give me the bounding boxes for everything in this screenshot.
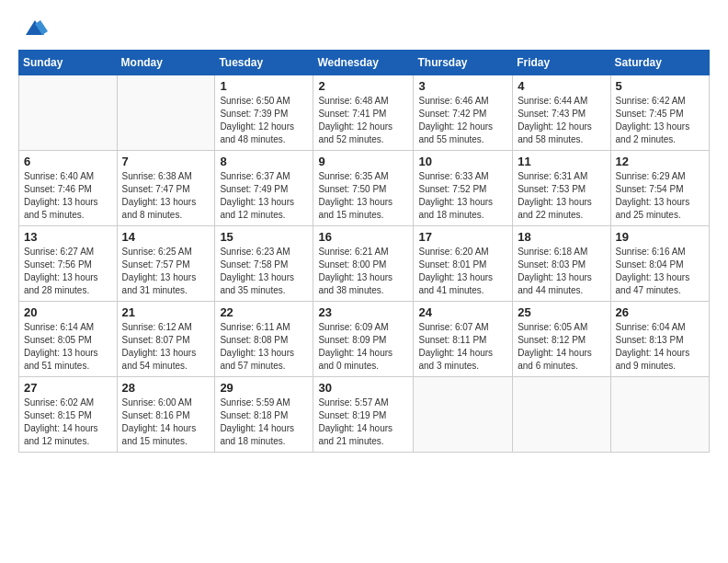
day-detail: Sunrise: 6:04 AM Sunset: 8:13 PM Dayligh… (616, 321, 704, 373)
day-cell: 18Sunrise: 6:18 AM Sunset: 8:03 PM Dayli… (513, 226, 610, 302)
column-header-tuesday: Tuesday (215, 51, 313, 75)
day-cell (513, 377, 610, 453)
day-number: 15 (220, 230, 308, 244)
day-cell: 8Sunrise: 6:37 AM Sunset: 7:49 PM Daylig… (215, 151, 313, 226)
calendar-body: 1Sunrise: 6:50 AM Sunset: 7:39 PM Daylig… (19, 75, 710, 453)
day-cell: 4Sunrise: 6:44 AM Sunset: 7:43 PM Daylig… (513, 75, 610, 151)
day-detail: Sunrise: 6:35 AM Sunset: 7:50 PM Dayligh… (318, 170, 408, 222)
day-cell: 6Sunrise: 6:40 AM Sunset: 7:46 PM Daylig… (19, 151, 118, 226)
week-row-2: 6Sunrise: 6:40 AM Sunset: 7:46 PM Daylig… (19, 151, 710, 226)
day-detail: Sunrise: 6:09 AM Sunset: 8:09 PM Dayligh… (318, 321, 408, 373)
day-detail: Sunrise: 6:00 AM Sunset: 8:16 PM Dayligh… (122, 396, 210, 448)
day-number: 11 (518, 155, 605, 168)
day-detail: Sunrise: 5:57 AM Sunset: 8:19 PM Dayligh… (318, 396, 408, 448)
day-cell: 26Sunrise: 6:04 AM Sunset: 8:13 PM Dayli… (610, 302, 709, 377)
day-number: 26 (616, 305, 704, 319)
day-number: 1 (220, 79, 308, 93)
calendar-header-row: SundayMondayTuesdayWednesdayThursdayFrid… (19, 51, 710, 75)
day-number: 10 (418, 155, 507, 168)
day-number: 23 (318, 305, 408, 319)
day-cell: 12Sunrise: 6:29 AM Sunset: 7:54 PM Dayli… (610, 151, 709, 226)
day-cell: 11Sunrise: 6:31 AM Sunset: 7:53 PM Dayli… (513, 151, 610, 226)
day-cell: 7Sunrise: 6:38 AM Sunset: 7:47 PM Daylig… (117, 151, 215, 226)
column-header-wednesday: Wednesday (313, 51, 414, 75)
day-number: 27 (24, 381, 112, 395)
day-cell (610, 377, 709, 453)
day-detail: Sunrise: 6:14 AM Sunset: 8:05 PM Dayligh… (24, 321, 112, 373)
day-detail: Sunrise: 5:59 AM Sunset: 8:18 PM Dayligh… (220, 396, 308, 448)
day-detail: Sunrise: 6:25 AM Sunset: 7:57 PM Dayligh… (122, 246, 210, 297)
week-row-1: 1Sunrise: 6:50 AM Sunset: 7:39 PM Daylig… (19, 75, 710, 151)
week-row-4: 20Sunrise: 6:14 AM Sunset: 8:05 PM Dayli… (19, 302, 710, 377)
day-number: 2 (318, 79, 408, 93)
day-detail: Sunrise: 6:40 AM Sunset: 7:46 PM Dayligh… (24, 170, 112, 222)
day-detail: Sunrise: 6:37 AM Sunset: 7:49 PM Dayligh… (220, 170, 308, 222)
day-detail: Sunrise: 6:44 AM Sunset: 7:43 PM Dayligh… (518, 95, 605, 146)
day-cell: 24Sunrise: 6:07 AM Sunset: 8:11 PM Dayli… (414, 302, 513, 377)
day-number: 30 (318, 381, 408, 395)
week-row-3: 13Sunrise: 6:27 AM Sunset: 7:56 PM Dayli… (19, 226, 710, 302)
day-cell: 1Sunrise: 6:50 AM Sunset: 7:39 PM Daylig… (215, 75, 313, 151)
day-number: 28 (122, 381, 210, 395)
day-cell: 25Sunrise: 6:05 AM Sunset: 8:12 PM Dayli… (513, 302, 610, 377)
day-detail: Sunrise: 6:21 AM Sunset: 8:00 PM Dayligh… (318, 246, 408, 297)
day-cell: 22Sunrise: 6:11 AM Sunset: 8:08 PM Dayli… (215, 302, 313, 377)
column-header-sunday: Sunday (19, 51, 118, 75)
day-cell (414, 377, 513, 453)
day-number: 16 (318, 230, 408, 244)
column-header-monday: Monday (117, 51, 215, 75)
day-detail: Sunrise: 6:31 AM Sunset: 7:53 PM Dayligh… (518, 170, 605, 222)
day-number: 21 (122, 305, 210, 319)
day-number: 9 (318, 155, 408, 168)
day-number: 24 (418, 305, 507, 319)
day-number: 13 (24, 230, 112, 244)
day-detail: Sunrise: 6:48 AM Sunset: 7:41 PM Dayligh… (318, 95, 408, 146)
day-detail: Sunrise: 6:42 AM Sunset: 7:45 PM Dayligh… (616, 95, 704, 146)
day-detail: Sunrise: 6:12 AM Sunset: 8:07 PM Dayligh… (122, 321, 210, 373)
day-cell: 16Sunrise: 6:21 AM Sunset: 8:00 PM Dayli… (313, 226, 414, 302)
day-detail: Sunrise: 6:29 AM Sunset: 7:54 PM Dayligh… (616, 170, 704, 222)
day-detail: Sunrise: 6:18 AM Sunset: 8:03 PM Dayligh… (518, 246, 605, 297)
day-detail: Sunrise: 6:33 AM Sunset: 7:52 PM Dayligh… (418, 170, 507, 222)
day-detail: Sunrise: 6:11 AM Sunset: 8:08 PM Dayligh… (220, 321, 308, 373)
day-number: 6 (24, 155, 112, 168)
day-detail: Sunrise: 6:16 AM Sunset: 8:04 PM Dayligh… (616, 246, 704, 297)
day-number: 25 (518, 305, 605, 319)
day-cell: 5Sunrise: 6:42 AM Sunset: 7:45 PM Daylig… (610, 75, 709, 151)
logo (18, 15, 48, 40)
day-number: 12 (616, 155, 704, 168)
header (18, 15, 710, 40)
day-cell: 30Sunrise: 5:57 AM Sunset: 8:19 PM Dayli… (313, 377, 414, 453)
day-number: 7 (122, 155, 210, 168)
day-number: 20 (24, 305, 112, 319)
day-number: 18 (518, 230, 605, 244)
day-number: 29 (220, 381, 308, 395)
day-detail: Sunrise: 6:02 AM Sunset: 8:15 PM Dayligh… (24, 396, 112, 448)
day-cell: 3Sunrise: 6:46 AM Sunset: 7:42 PM Daylig… (414, 75, 513, 151)
day-cell: 29Sunrise: 5:59 AM Sunset: 8:18 PM Dayli… (215, 377, 313, 453)
day-cell: 2Sunrise: 6:48 AM Sunset: 7:41 PM Daylig… (313, 75, 414, 151)
day-number: 19 (616, 230, 704, 244)
day-detail: Sunrise: 6:46 AM Sunset: 7:42 PM Dayligh… (418, 95, 507, 146)
day-cell (19, 75, 118, 151)
day-cell (117, 75, 215, 151)
day-cell: 28Sunrise: 6:00 AM Sunset: 8:16 PM Dayli… (117, 377, 215, 453)
day-number: 3 (418, 79, 507, 93)
day-cell: 19Sunrise: 6:16 AM Sunset: 8:04 PM Dayli… (610, 226, 709, 302)
day-detail: Sunrise: 6:23 AM Sunset: 7:58 PM Dayligh… (220, 246, 308, 297)
day-cell: 27Sunrise: 6:02 AM Sunset: 8:15 PM Dayli… (19, 377, 118, 453)
day-number: 22 (220, 305, 308, 319)
day-number: 4 (518, 79, 605, 93)
page: SundayMondayTuesdayWednesdayThursdayFrid… (0, 0, 728, 467)
week-row-5: 27Sunrise: 6:02 AM Sunset: 8:15 PM Dayli… (19, 377, 710, 453)
day-cell: 15Sunrise: 6:23 AM Sunset: 7:58 PM Dayli… (215, 226, 313, 302)
day-cell: 21Sunrise: 6:12 AM Sunset: 8:07 PM Dayli… (117, 302, 215, 377)
day-cell: 9Sunrise: 6:35 AM Sunset: 7:50 PM Daylig… (313, 151, 414, 226)
day-detail: Sunrise: 6:07 AM Sunset: 8:11 PM Dayligh… (418, 321, 507, 373)
day-number: 17 (418, 230, 507, 244)
column-header-saturday: Saturday (610, 51, 709, 75)
day-cell: 10Sunrise: 6:33 AM Sunset: 7:52 PM Dayli… (414, 151, 513, 226)
day-number: 5 (616, 79, 704, 93)
day-detail: Sunrise: 6:38 AM Sunset: 7:47 PM Dayligh… (122, 170, 210, 222)
day-cell: 17Sunrise: 6:20 AM Sunset: 8:01 PM Dayli… (414, 226, 513, 302)
